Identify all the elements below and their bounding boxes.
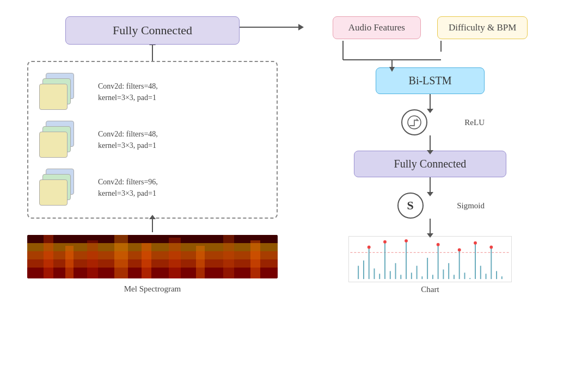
audio-features-box: Audio Features [333, 16, 421, 39]
svg-rect-1 [27, 268, 278, 278]
svg-point-50 [367, 246, 371, 249]
top-features-row: Audio Features Difficulty & BPM [333, 16, 528, 39]
conv-layer-3: Conv2d: filters=96, kernel=3×3, pad=1 [39, 169, 266, 207]
conv-label-3: Conv2d: filters=96, kernel=3×3, pad=1 [98, 176, 158, 199]
svg-rect-12 [196, 246, 205, 278]
fully-connected-right: Fully Connected [354, 151, 506, 177]
svg-rect-11 [169, 238, 181, 278]
svg-rect-7 [65, 246, 74, 278]
card-front-2 [39, 132, 68, 158]
svg-rect-4 [27, 243, 278, 251]
card-front-3 [39, 179, 68, 206]
svg-point-55 [474, 241, 477, 245]
conv-label-2: Conv2d: filters=48, kernel=3×3, pad=1 [98, 128, 158, 151]
svg-point-54 [458, 248, 461, 251]
right-side: Audio Features Difficulty & BPM Bi-LSTM [289, 11, 572, 294]
difficulty-bpm-label: Difficulty & BPM [449, 22, 516, 33]
relu-label: ReLU [464, 118, 485, 127]
chart-label: Chart [421, 285, 439, 294]
conv-label-1: Conv2d: filters=48, kernel=3×3, pad=1 [98, 80, 158, 103]
card-front-1 [39, 84, 68, 110]
left-side: Fully Connected Conv2d: filters=48, kern… [16, 11, 289, 294]
conv-cards-3 [39, 169, 88, 207]
bilstm-label: Bi-LSTM [409, 75, 452, 86]
chart-section: Chart [348, 236, 512, 294]
difficulty-box: Difficulty & BPM [437, 16, 528, 39]
svg-rect-9 [114, 235, 128, 278]
svg-rect-8 [87, 240, 98, 278]
bilstm-box: Bi-LSTM [376, 67, 485, 94]
mel-spectrogram [27, 235, 278, 278]
conv-layer-2: Conv2d: filters=48, kernel=3×3, pad=1 [39, 121, 266, 159]
svg-rect-10 [142, 243, 151, 278]
svg-rect-2 [27, 259, 278, 268]
svg-rect-5 [27, 235, 278, 243]
arrow-up-left [152, 45, 153, 61]
arrow-relu-fc [430, 135, 431, 151]
svg-point-52 [405, 239, 408, 243]
svg-rect-14 [250, 240, 260, 278]
svg-point-56 [489, 246, 493, 249]
dashed-box: Conv2d: filters=48, kernel=3×3, pad=1 Co… [27, 61, 278, 219]
svg-rect-13 [223, 235, 234, 278]
arrow-up-mel [152, 219, 153, 232]
diagram-container: Fully Connected Conv2d: filters=48, kern… [0, 0, 588, 366]
mel-section: Mel Spectrogram [27, 235, 278, 294]
conv-layer-1: Conv2d: filters=48, kernel=3×3, pad=1 [39, 73, 266, 111]
svg-point-51 [383, 240, 387, 244]
fc-right-label: Fully Connected [394, 158, 467, 170]
mel-label: Mel Spectrogram [124, 284, 181, 294]
relu-circle [401, 109, 427, 135]
fc-left-label: Fully Connected [113, 23, 192, 37]
sigmoid-label: Sigmoid [457, 201, 485, 210]
sigmoid-row: S Sigmoid [376, 193, 485, 219]
fully-connected-left: Fully Connected [65, 16, 240, 45]
chart-svg [348, 236, 512, 282]
arrow-bilstm-relu [430, 94, 431, 109]
audio-features-label: Audio Features [348, 22, 405, 33]
svg-rect-3 [27, 251, 278, 259]
arrow-fc-sigmoid [430, 177, 431, 193]
relu-row: ReLU [376, 109, 485, 135]
svg-point-53 [437, 243, 440, 246]
conv-cards-1 [39, 73, 88, 111]
sigmoid-circle: S [397, 193, 424, 219]
svg-rect-6 [44, 235, 53, 278]
arrow-sigmoid-chart [430, 219, 431, 234]
conv-cards-2 [39, 121, 88, 159]
